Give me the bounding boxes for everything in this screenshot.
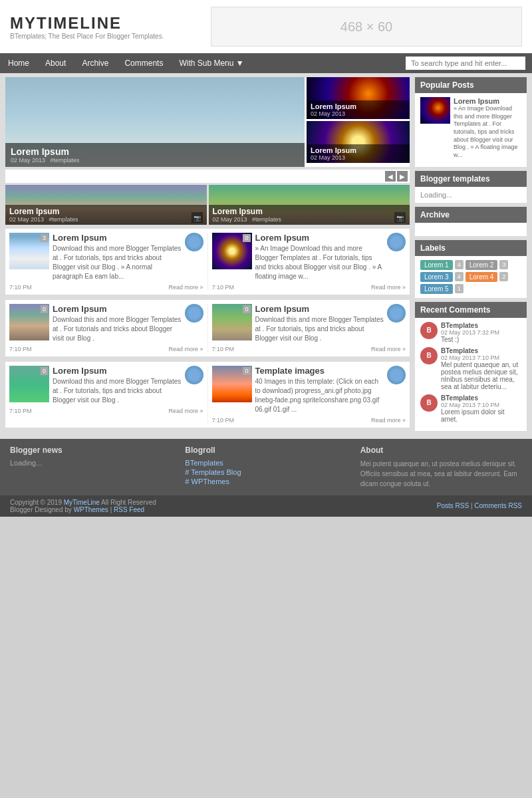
post-2-read-more[interactable]: Read more » [371, 284, 406, 291]
recent-comments-header: Recent Comments [415, 302, 527, 318]
footer-link-wpthemes[interactable]: # WPThemes [185, 477, 346, 485]
archive-box: Archive [415, 207, 527, 236]
footer-blogroll: Blogroll BTemplates # Templates Blog # W… [185, 446, 346, 489]
footer-rss-link[interactable]: RSS Feed [114, 506, 144, 513]
comment-3-author[interactable]: BTemplates [441, 394, 521, 402]
post-5-text: Download this and more Blogger Templates… [53, 377, 182, 405]
post-1-count: 3 [41, 234, 48, 242]
post-4: 0 Lorem Ipsum Download this and more Blo… [212, 304, 406, 352]
popular-post-1: Lorem Ipsum » An Image Download this and… [420, 97, 521, 160]
label-lorem5[interactable]: Lorem 5 [420, 284, 453, 294]
featured-wide-1: Lorem Ipsum 02 May 2013 #templates 📷 [5, 185, 207, 225]
footer-blogroll-title: Blogroll [185, 446, 346, 455]
post-6-time: 7:10 PM [212, 417, 235, 424]
footer-blogger-news-title: Blogger news [10, 446, 172, 455]
featured-wide-2: Lorem Ipsum 02 May 2013 #templates 📷 [209, 185, 410, 225]
recent-comments-box: Recent Comments B BTemplates 02 May 2013… [415, 302, 527, 431]
post-3-read-more[interactable]: Read more » [168, 346, 203, 352]
post-4-text: Download this and more Blogger Templates… [255, 315, 384, 343]
popular-post-1-title[interactable]: Lorem Ipsum [454, 97, 521, 105]
nav-submenu[interactable]: With Sub Menu ▼ [171, 53, 251, 73]
post-2-title[interactable]: Lorem Ipsum [255, 233, 384, 243]
post-5-time: 7:10 PM [9, 408, 32, 414]
label-lorem1[interactable]: Lorem 1 [420, 260, 453, 270]
label-count-2: 3 [499, 260, 508, 269]
post-4-title[interactable]: Lorem Ipsum [255, 304, 384, 314]
footer-wpthemes-link[interactable]: WPThemes [74, 506, 108, 513]
comment-2: B BTemplates 02 May 2013 7:10 PM Mel put… [420, 347, 521, 390]
popular-post-1-text: » An Image Download this and more Blogge… [454, 105, 521, 160]
site-title: MYTIMELINE [10, 14, 164, 33]
labels-header: Labels [415, 240, 527, 256]
label-lorem2[interactable]: Lorem 2 [466, 260, 498, 270]
comment-2-author[interactable]: BTemplates [441, 347, 521, 354]
post-4-count: 0 [243, 305, 250, 313]
post-3-avatar [185, 304, 203, 323]
footer-copyright: Copyright © 2019 MyTimeLine All Right Re… [10, 499, 156, 513]
label-count-1: 4 [455, 260, 464, 269]
post-1-text: Download this and more Blogger Templates… [53, 244, 182, 281]
comment-1-avatar: B [420, 322, 438, 339]
post-2-time: 7:10 PM [212, 284, 235, 291]
ad-banner: 468 × 60 [211, 7, 522, 47]
post-5-avatar [185, 366, 203, 384]
carousel-nav: ◀ ▶ [5, 170, 410, 183]
comment-1: B BTemplates 02 May 2013 7:32 PM Test :) [420, 322, 521, 343]
comment-3-date: 02 May 2013 7:10 PM [441, 402, 521, 408]
footer-mytimeline-link[interactable]: MyTimeLine [64, 499, 100, 506]
featured-small-2: Lorem Ipsum 02 May 2013 [307, 121, 410, 163]
footer-blogger-news-text: Loading... [10, 459, 172, 467]
post-2: 0 Lorem Ipsum » An Image Download this a… [212, 233, 406, 291]
footer-about-text: Mei putent quaeque an, ut postea melius … [360, 459, 522, 489]
footer-about-title: About [360, 446, 522, 455]
post-3-title[interactable]: Lorem Ipsum [53, 304, 182, 314]
label-count-3: 4 [455, 272, 464, 281]
comment-1-author[interactable]: BTemplates [441, 322, 499, 329]
comment-2-date: 02 May 2013 7:10 PM [441, 354, 521, 361]
comment-1-text: Test :) [441, 336, 499, 343]
carousel-prev[interactable]: ◀ [385, 171, 396, 182]
post-6: 0 Template images 40 Images in this temp… [212, 366, 406, 424]
posts-rss-link[interactable]: Posts RSS [437, 502, 469, 509]
footer-link-btemplates[interactable]: BTemplates [185, 459, 346, 467]
post-5-read-more[interactable]: Read more » [168, 408, 203, 414]
footer-rss-links: Posts RSS | Comments RSS [437, 502, 522, 509]
post-6-read-more[interactable]: Read more » [371, 417, 406, 424]
label-lorem3[interactable]: Lorem 3 [420, 272, 453, 282]
post-6-count: 0 [243, 367, 250, 375]
post-1-avatar [185, 233, 203, 251]
footer-link-templates-blog[interactable]: # Templates Blog [185, 468, 346, 476]
comment-2-avatar: B [420, 347, 438, 364]
comment-3: B BTemplates 02 May 2013 7:10 PM Lorem i… [420, 394, 521, 423]
search-input[interactable] [406, 57, 525, 70]
post-5-title[interactable]: Lorem Ipsum [53, 366, 182, 376]
blogger-templates-box: Blogger templates Loading... [415, 171, 527, 203]
post-6-title[interactable]: Template images [255, 366, 384, 376]
nav-comments[interactable]: Comments [116, 53, 171, 73]
post-1-title[interactable]: Lorem Ipsum [53, 233, 182, 243]
comment-3-text: Lorem ipsum dolor sit amet. [441, 408, 521, 423]
comment-3-avatar: B [420, 394, 438, 412]
label-lorem4[interactable]: Lorem 4 [466, 272, 498, 282]
post-2-text: » An Image Download this and more Blogge… [255, 244, 384, 281]
label-count-5: 1 [455, 284, 464, 293]
comment-2-text: Mel putent quaeque an, ut postea melius … [441, 361, 521, 390]
post-1-read-more[interactable]: Read more » [168, 284, 203, 291]
post-3-count: 0 [41, 305, 48, 313]
blogger-templates-header: Blogger templates [415, 171, 527, 187]
post-1: 3 Lorem Ipsum Download this and more Blo… [9, 233, 208, 291]
nav-archive[interactable]: Archive [74, 53, 116, 73]
post-6-avatar [387, 366, 406, 384]
nav-home[interactable]: Home [0, 53, 37, 73]
nav-links: Home About Archive Comments With Sub Men… [0, 53, 252, 73]
comments-rss-link[interactable]: Comments RSS [474, 502, 522, 509]
post-1-time: 7:10 PM [9, 284, 32, 291]
nav-about[interactable]: About [37, 53, 74, 73]
featured-small-1: Lorem Ipsum 02 May 2013 [307, 77, 410, 119]
post-2-count: 0 [243, 234, 250, 242]
post-4-read-more[interactable]: Read more » [371, 346, 406, 352]
popular-posts-box: Popular Posts Lorem Ipsum » An Image Dow… [415, 77, 527, 167]
post-4-time: 7:10 PM [212, 346, 235, 352]
popular-posts-header: Popular Posts [415, 77, 527, 93]
carousel-next[interactable]: ▶ [397, 171, 408, 182]
